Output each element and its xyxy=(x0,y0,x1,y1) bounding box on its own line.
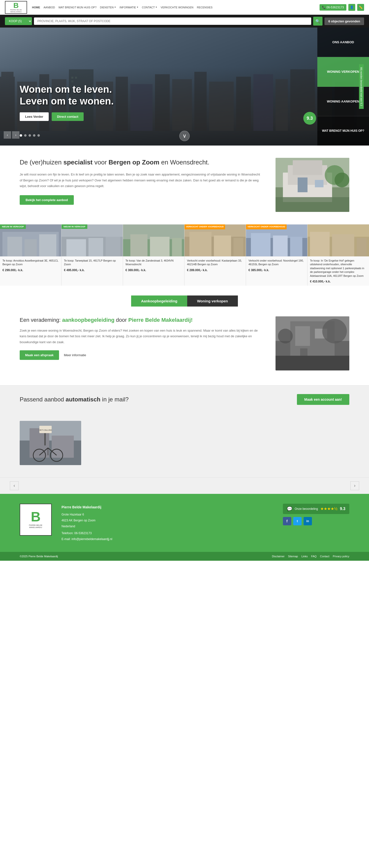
listing-title-4: Verkocht onder voorbehoud: Kastanjelaan … xyxy=(187,259,243,267)
specialist-description: Je wilt mooi wonen om fijn te leven. En … xyxy=(20,172,261,189)
carousel-prev-button[interactable]: ‹ xyxy=(10,481,19,490)
aankoop-actions: Maak een afspraak Meer informatie xyxy=(20,350,261,360)
phone-icon-box[interactable]: 📞 06-53623173 xyxy=(319,4,346,10)
footer-address-street: Grote Hazelaar 6 xyxy=(61,512,112,518)
logo-subtitle: PIERRE BELDE MAKELAARDIJ xyxy=(7,9,25,12)
nav-wat-brengt[interactable]: WAT BRENGT MIJN HUIS OP? xyxy=(58,6,96,9)
user-profile-button[interactable]: 👤 xyxy=(348,4,355,11)
footer-phone: Telefoon: 06-53623173 xyxy=(61,530,112,536)
blog-section: HET-CALLING xyxy=(0,413,369,477)
svg-rect-21 xyxy=(75,77,77,79)
listing-title-3: Te koop: Van de Zandestraat 3, 4634VN Wo… xyxy=(125,259,182,267)
link-faq[interactable]: FAQ xyxy=(311,555,317,558)
search-input[interactable] xyxy=(34,18,311,25)
listing-title-2: Te koop: Tarweplaat 15, 4617LP Bergen op… xyxy=(64,259,120,267)
search-button[interactable]: 🔍 xyxy=(313,17,322,26)
nav-recensies[interactable]: RECENSIES xyxy=(197,6,212,9)
main-nav: HOME AANBOD WAT BRENGT MIJN HUIS OP? DIE… xyxy=(32,6,317,9)
read-more-button[interactable]: Lees Verder xyxy=(20,112,49,121)
link-sitemap[interactable]: Sitemap xyxy=(288,555,298,558)
dot-2[interactable] xyxy=(24,134,27,137)
scroll-indicator[interactable]: ∨ xyxy=(179,131,190,141)
link-contact[interactable]: Contact xyxy=(320,555,330,558)
dot-4[interactable] xyxy=(33,134,35,137)
listing-title-1: Te koop: Arnoldus Asselbergstraat 3E, 46… xyxy=(2,259,59,267)
hero-next-button[interactable]: › xyxy=(12,131,20,138)
svg-rect-45 xyxy=(131,234,148,256)
listing-badge-5: VERKOCHT ONDER VOORBEHOUD xyxy=(246,224,287,229)
listing-badge-2: NIEUW IN VERKOOP xyxy=(61,224,87,229)
panel-wat-brengt[interactable]: WAT BRENGT MIJN HUIS OP? xyxy=(317,116,369,146)
nav-diensten[interactable]: DIENSTEN▼ xyxy=(100,6,116,9)
svg-rect-41 xyxy=(89,238,103,256)
svg-rect-29 xyxy=(315,180,323,187)
tab-aankoopbegeleiding[interactable]: Aankoopbegeleiding xyxy=(131,296,187,307)
linkedin-button[interactable]: in xyxy=(304,517,312,525)
svg-rect-14 xyxy=(253,74,273,131)
property-type-select[interactable]: KOOP (5) xyxy=(5,17,32,25)
hero-section: Wonen om te leven. Leven om te wonen. Le… xyxy=(0,28,369,146)
svg-point-31 xyxy=(335,173,349,187)
nav-contact[interactable]: CONTACT▼ xyxy=(142,6,157,9)
nav-verkochte[interactable]: VERKOCHTE WONINGEN xyxy=(161,6,193,9)
passend-section: Passend aanbod automatisch in je mail? M… xyxy=(0,385,369,413)
footer-company-name: Pierre Belde Makelaardij xyxy=(61,504,112,510)
link-privacy[interactable]: Privacy policy xyxy=(333,555,349,558)
logo[interactable]: B PIERRE BELDE MAKELAARDIJ xyxy=(5,1,27,14)
svg-rect-27 xyxy=(293,160,322,175)
footer-email: E-mail: info@pierrebeldemakelaardjj.nl xyxy=(61,536,112,542)
svg-rect-55 xyxy=(251,233,271,256)
blog-image: HET-CALLING xyxy=(20,421,81,465)
tab-woning-verkopen[interactable]: Woning verkopen xyxy=(187,296,238,307)
listing-card-1[interactable]: NIEUW IN VERKOOP Te koop: Arnoldus Assel… xyxy=(0,224,61,286)
panel-ons-aanbod[interactable]: ONS AANBOD xyxy=(317,28,369,57)
view-all-listings-button[interactable]: Bekijk het complete aanbod xyxy=(20,195,74,205)
more-info-link[interactable]: Meer informatie xyxy=(64,353,86,357)
svg-rect-57 xyxy=(290,237,302,256)
svg-point-70 xyxy=(322,319,347,343)
svg-rect-20 xyxy=(72,77,73,79)
svg-rect-37 xyxy=(39,234,56,256)
review-stars: ★★★★½ xyxy=(320,506,337,511)
svg-rect-9 xyxy=(155,74,170,131)
facebook-button[interactable]: f xyxy=(283,517,291,525)
hero-prev-button[interactable]: ‹ xyxy=(4,131,11,138)
listing-card-5[interactable]: VERKOCHT ONDER VOORBEHOUD Verkocht onder… xyxy=(246,224,308,286)
hero-nav-arrows: ‹ › xyxy=(4,131,20,138)
footer-review-social: 💬 Onze beoordeling ★★★★½ 9.3 f t in xyxy=(283,504,349,525)
specialist-image xyxy=(276,158,349,212)
nav-home[interactable]: HOME xyxy=(32,6,40,9)
sub-footer: ©2025 Pierre Belde Makelaardij Disclaime… xyxy=(0,552,369,561)
nav-aanbod[interactable]: AANBOD xyxy=(44,6,55,9)
dot-3[interactable] xyxy=(29,134,31,137)
svg-rect-1 xyxy=(1,72,13,82)
link-links[interactable]: Links xyxy=(301,555,308,558)
copyright: ©2025 Pierre Belde Makelaardij xyxy=(20,555,58,558)
dot-5[interactable] xyxy=(37,134,40,137)
carousel-next-button[interactable]: › xyxy=(350,481,359,490)
twitter-button[interactable]: t xyxy=(293,517,302,525)
link-disclaimer[interactable]: Disclaimer xyxy=(272,555,284,558)
create-account-button[interactable]: Maak een account aan! xyxy=(297,394,349,405)
svg-rect-60 xyxy=(310,232,330,256)
phone-area: 📞 06-53623173 👤 ✏️ xyxy=(319,4,364,11)
listing-card-4[interactable]: VERKOCHT ONDER VOORBEHOUD Verkocht onder… xyxy=(184,224,246,286)
svg-rect-0 xyxy=(0,77,15,131)
rating-badge: 9.3 xyxy=(303,112,316,125)
listing-card-2[interactable]: NIEUW IN VERKOOP Te koop: Tarweplaat 15,… xyxy=(61,224,123,286)
svg-rect-66 xyxy=(295,326,310,346)
listing-card-6[interactable]: Te koop: In 'De Engelse Hof' gelegen uit… xyxy=(308,224,369,286)
dot-1[interactable] xyxy=(20,134,22,137)
svg-rect-56 xyxy=(273,236,288,256)
listing-card-3[interactable]: Te koop: Van de Zandestraat 3, 4634VN Wo… xyxy=(123,224,184,286)
svg-rect-22 xyxy=(72,81,73,82)
footer-address-country: Nederland xyxy=(61,523,112,529)
nav-informatie[interactable]: INFORMATIE▼ xyxy=(119,6,139,9)
svg-rect-35 xyxy=(7,237,22,256)
make-appointment-button[interactable]: Maak een afspraak xyxy=(20,350,59,360)
direct-contact-button[interactable]: Direct contact xyxy=(52,112,84,121)
specialist-title: De (ver)huizen specialist voor Bergen op… xyxy=(20,158,261,167)
listing-price-5: € 385.000,- k.k. xyxy=(249,269,305,272)
specialist-section: De (ver)huizen specialist voor Bergen op… xyxy=(0,146,369,224)
user-edit-button[interactable]: ✏️ xyxy=(357,4,364,11)
